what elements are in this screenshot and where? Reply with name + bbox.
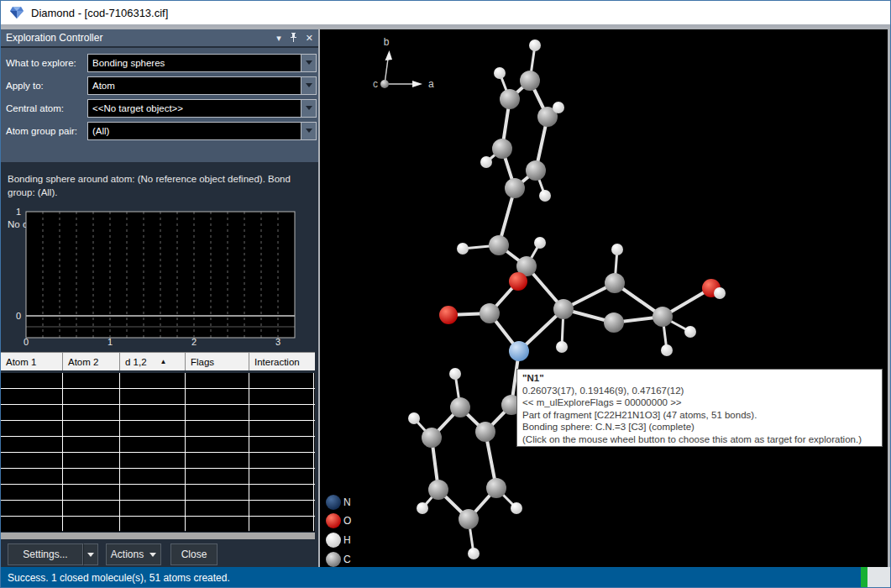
actions-button[interactable]: Actions (106, 543, 161, 565)
atom-H[interactable] (511, 502, 522, 514)
atom-C[interactable] (486, 478, 506, 498)
atom-O[interactable] (439, 306, 458, 324)
atom-C[interactable] (459, 509, 479, 529)
table-cell[interactable] (249, 437, 313, 452)
horizontal-scrollbar[interactable] (1, 533, 315, 539)
table-cell[interactable] (63, 373, 119, 388)
table-cell[interactable] (249, 485, 313, 500)
table-cell[interactable] (63, 485, 119, 500)
structure-viewport[interactable]: abcNOHC "N1" 0.26073(17), 0.19146(9), 0.… (320, 29, 888, 567)
atom-H[interactable] (539, 190, 551, 202)
table-cell[interactable] (120, 437, 185, 452)
table-cell[interactable] (120, 389, 185, 404)
atom-H[interactable] (714, 287, 726, 299)
column-header-interaction[interactable]: Interaction (249, 353, 315, 370)
table-cell[interactable] (1, 405, 62, 420)
table-cell[interactable] (314, 501, 315, 516)
atom-C[interactable] (520, 71, 540, 91)
table-cell[interactable] (120, 517, 185, 532)
atom-H[interactable] (480, 156, 492, 168)
table-cell[interactable] (63, 453, 119, 468)
table-cell[interactable] (63, 517, 119, 532)
atom-H[interactable] (494, 67, 506, 79)
atom-H[interactable] (553, 102, 564, 113)
settings-dropdown-button[interactable] (83, 543, 98, 565)
pin-icon[interactable] (290, 33, 297, 44)
table-cell[interactable] (186, 437, 249, 452)
atom-H[interactable] (661, 344, 673, 356)
atom-C[interactable] (492, 139, 512, 159)
atom-N[interactable] (509, 341, 529, 361)
table-cell[interactable] (1, 469, 62, 484)
table-cell[interactable] (186, 373, 249, 388)
table-cell[interactable] (314, 469, 315, 484)
table-cell[interactable] (1, 373, 62, 388)
table-cell[interactable] (249, 469, 313, 484)
table-cell[interactable] (1, 389, 62, 404)
combo-central-atom[interactable]: <<No target object>> (87, 99, 317, 118)
panel-header[interactable]: Exploration Controller ▾ ✕ (1, 29, 318, 46)
column-header-flags[interactable]: Flags (186, 353, 249, 370)
table-header[interactable]: Atom 1Atom 2d 1,2▲FlagsInteraction (1, 352, 315, 370)
combo-apply-to[interactable]: Atom (87, 76, 317, 95)
distance-chart[interactable]: 100123 (1, 206, 318, 350)
atom-C[interactable] (475, 422, 495, 442)
close-button[interactable]: Close (170, 543, 218, 565)
table-cell[interactable] (249, 405, 313, 420)
atom-C[interactable] (489, 235, 509, 255)
table-cell[interactable] (314, 453, 315, 468)
table-cell[interactable] (120, 421, 185, 436)
atom-H[interactable] (457, 243, 469, 255)
table-cell[interactable] (314, 389, 315, 404)
atom-C[interactable] (505, 178, 525, 198)
table-body[interactable] (1, 371, 315, 531)
combo-what-to-explore[interactable]: Bonding spheres (87, 54, 317, 72)
table-cell[interactable] (63, 421, 119, 436)
table-cell[interactable] (249, 421, 313, 436)
table-cell[interactable] (249, 453, 313, 468)
column-header-d-1-2[interactable]: d 1,2▲ (120, 353, 185, 370)
atom-H[interactable] (417, 502, 428, 514)
table-cell[interactable] (314, 421, 315, 436)
table-cell[interactable] (249, 517, 313, 532)
table-cell[interactable] (120, 453, 185, 468)
atom-H[interactable] (408, 412, 420, 424)
atom-C[interactable] (605, 273, 625, 293)
table-cell[interactable] (249, 373, 313, 388)
atom-H[interactable] (684, 326, 696, 338)
table-cell[interactable] (1, 453, 62, 468)
atom-C[interactable] (526, 160, 546, 181)
table-cell[interactable] (120, 469, 185, 484)
column-header-atom-1[interactable]: Atom 1 (1, 353, 62, 370)
column-header-atom-2[interactable]: Atom 2 (63, 353, 119, 370)
table-cell[interactable] (63, 501, 119, 516)
table-cell[interactable] (186, 453, 249, 468)
combo-dropdown-button[interactable] (301, 77, 316, 94)
atom-C[interactable] (653, 307, 673, 327)
atom-H[interactable] (449, 368, 461, 380)
table-cell[interactable] (120, 501, 185, 516)
table-cell[interactable] (63, 389, 119, 404)
table-cell[interactable] (314, 437, 315, 452)
atom-C[interactable] (428, 480, 448, 500)
table-cell[interactable] (63, 437, 119, 452)
panel-menu-icon[interactable]: ▾ (276, 34, 281, 43)
table-cell[interactable] (1, 517, 62, 532)
combo-dropdown-button[interactable] (301, 123, 316, 139)
close-panel-icon[interactable]: ✕ (306, 34, 313, 43)
atom-C[interactable] (480, 303, 500, 323)
atom-H[interactable] (534, 237, 546, 249)
table-cell[interactable] (120, 405, 185, 420)
table-cell[interactable] (314, 485, 315, 500)
table-cell[interactable] (1, 501, 62, 516)
table-cell[interactable] (120, 373, 185, 388)
atom-C[interactable] (422, 428, 442, 448)
atom-C[interactable] (450, 397, 470, 417)
table-cell[interactable] (314, 517, 315, 532)
combo-dropdown-button[interactable] (301, 100, 316, 117)
combo-atom-group-pair[interactable]: (All) (87, 122, 317, 140)
table-cell[interactable] (1, 437, 62, 452)
table-cell[interactable] (314, 405, 315, 420)
atom-C[interactable] (604, 312, 624, 333)
combo-dropdown-button[interactable] (301, 55, 316, 71)
